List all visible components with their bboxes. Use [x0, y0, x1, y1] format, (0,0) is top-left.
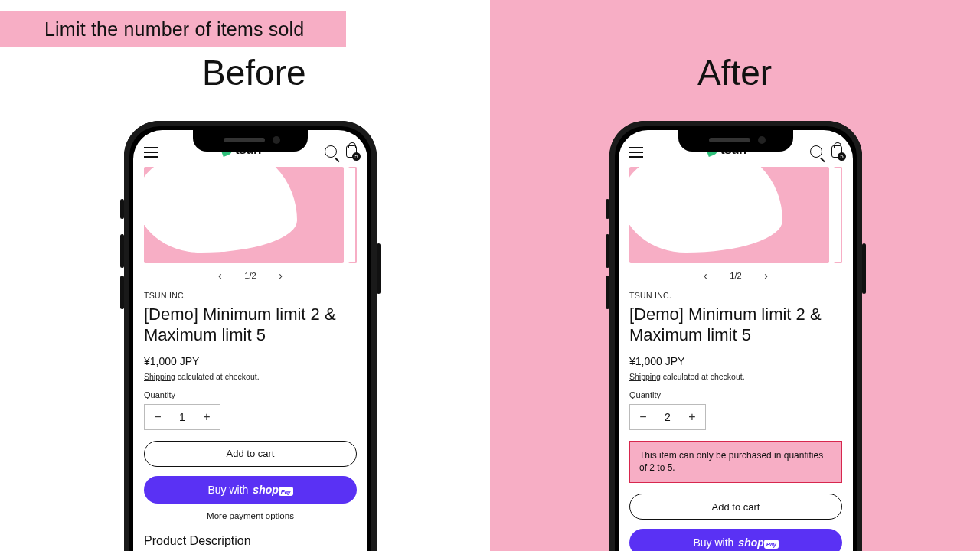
carousel-prev-icon[interactable]: ‹	[214, 270, 226, 281]
menu-icon[interactable]	[144, 147, 158, 158]
menu-icon[interactable]	[629, 147, 643, 158]
product-title: [Demo] Minimum limit 2 & Maximum limit 5	[629, 305, 842, 346]
mute-switch	[606, 199, 609, 219]
cart-badge: 5	[838, 152, 846, 161]
volume-down-button	[120, 276, 124, 309]
title-bar: Limit the number of items sold	[0, 11, 346, 47]
volume-down-button	[606, 276, 609, 309]
notch	[193, 130, 308, 152]
add-to-cart-button[interactable]: Add to cart	[629, 494, 842, 520]
shipping-link[interactable]: Shipping	[629, 372, 661, 381]
shoppay-logo: shopPay	[253, 484, 292, 496]
quantity-label: Quantity	[144, 390, 357, 399]
qty-minus-button[interactable]: −	[152, 411, 163, 423]
carousel-counter: 1/2	[730, 271, 741, 280]
carousel-next-icon[interactable]: ›	[275, 270, 287, 281]
cart-icon[interactable]: 5	[346, 145, 357, 158]
quantity-limit-warning: This item can only be purchased in quant…	[629, 441, 842, 484]
qty-plus-button[interactable]: +	[687, 411, 697, 423]
shipping-tail: calculated at checkout.	[661, 372, 745, 381]
before-heading: Before	[202, 52, 306, 93]
vendor-name: TSUN INC.	[144, 291, 357, 300]
buy-now-button[interactable]: Buy with shopPay	[144, 476, 357, 504]
add-to-cart-button[interactable]: Add to cart	[144, 441, 357, 467]
shipping-tail: calculated at checkout.	[175, 372, 260, 381]
shipping-link[interactable]: Shipping	[144, 372, 175, 381]
quantity-stepper[interactable]: − 2 +	[629, 404, 706, 430]
notch	[678, 130, 793, 152]
power-button	[862, 243, 866, 294]
phone-after: tsun 5 ‹ 1/2 › TSUN INC. [Demo] Minimum	[609, 121, 862, 551]
quantity-stepper[interactable]: − 1 +	[144, 404, 220, 430]
volume-up-button	[120, 234, 124, 268]
qty-minus-button[interactable]: −	[638, 411, 648, 423]
product-description-heading: Product Description	[144, 534, 357, 548]
product-title: [Demo] Minimum limit 2 & Maximum limit 5	[144, 305, 357, 346]
product-image-carousel[interactable]	[629, 167, 842, 263]
qty-value: 2	[665, 411, 671, 423]
cart-badge: 5	[352, 152, 361, 161]
product-price: ¥1,000 JPY	[629, 355, 842, 367]
buy-with-text: Buy with	[207, 484, 248, 496]
qty-value: 1	[179, 411, 185, 423]
shipping-line: Shipping calculated at checkout.	[144, 372, 357, 381]
mute-switch	[120, 199, 124, 219]
quantity-label: Quantity	[629, 390, 842, 399]
product-price: ¥1,000 JPY	[144, 355, 357, 367]
buy-with-text: Buy with	[693, 536, 733, 549]
shipping-line: Shipping calculated at checkout.	[629, 372, 842, 381]
carousel-counter: 1/2	[244, 271, 256, 280]
vendor-name: TSUN INC.	[629, 291, 842, 300]
buy-now-button[interactable]: Buy with shopPay	[629, 529, 842, 551]
title-bar-text: Limit the number of items sold	[44, 18, 304, 41]
search-icon[interactable]	[325, 145, 337, 158]
phone-before: tsun 5 ‹ 1/2 › TSUN INC. [Demo] Minimum	[124, 121, 377, 551]
carousel-next-icon[interactable]: ›	[760, 270, 773, 281]
search-icon[interactable]	[810, 145, 822, 158]
cart-icon[interactable]: 5	[831, 145, 842, 158]
shoppay-logo: shopPay	[738, 536, 778, 549]
power-button	[377, 243, 381, 294]
product-image-carousel[interactable]	[144, 167, 357, 263]
carousel-prev-icon[interactable]: ‹	[699, 270, 711, 281]
qty-plus-button[interactable]: +	[201, 411, 212, 423]
volume-up-button	[606, 234, 609, 268]
after-heading: After	[697, 52, 772, 93]
more-payment-options-link[interactable]: More payment options	[144, 511, 357, 520]
